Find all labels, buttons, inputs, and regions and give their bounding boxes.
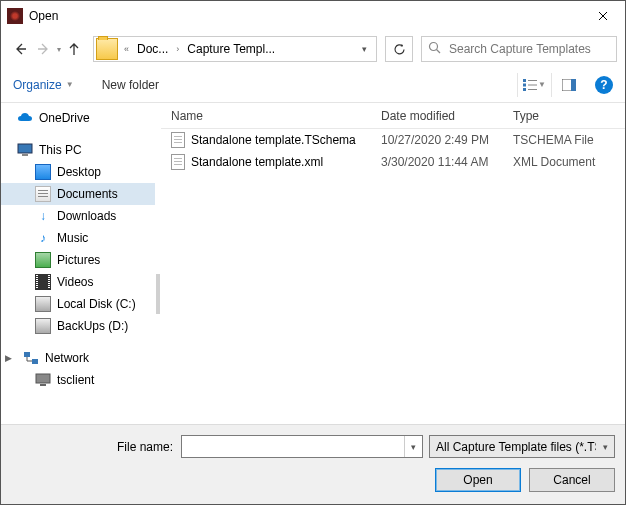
- cancel-button[interactable]: Cancel: [529, 468, 615, 492]
- body: OneDrive This PC Desktop Documents ↓Down…: [1, 103, 625, 424]
- col-type[interactable]: Type: [503, 109, 625, 123]
- preview-pane-icon: [562, 79, 576, 91]
- arrow-right-icon: [37, 42, 51, 56]
- chevron-down-icon: ▼: [66, 80, 74, 89]
- expand-icon[interactable]: ▶: [5, 353, 15, 363]
- history-dropdown[interactable]: ▾: [57, 45, 61, 54]
- tree-downloads[interactable]: ↓Downloads: [1, 205, 155, 227]
- svg-rect-4: [528, 80, 537, 81]
- chevron-right-icon[interactable]: ›: [172, 44, 183, 54]
- up-button[interactable]: [63, 38, 85, 60]
- network-icon: [23, 350, 39, 366]
- file-rows[interactable]: Standalone template.TSchema 10/27/2020 2…: [161, 129, 625, 424]
- nav-tree[interactable]: OneDrive This PC Desktop Documents ↓Down…: [1, 103, 155, 424]
- svg-rect-14: [40, 384, 46, 386]
- tree-thispc[interactable]: This PC: [1, 139, 155, 161]
- desktop-icon: [35, 164, 51, 180]
- refresh-icon: [393, 43, 406, 56]
- svg-rect-3: [523, 88, 526, 91]
- svg-rect-6: [528, 89, 537, 90]
- footer: File name: ▾ All Capture Template files …: [1, 424, 625, 504]
- search-box[interactable]: Search Capture Templates: [421, 36, 617, 62]
- close-icon: [598, 11, 608, 21]
- music-icon: ♪: [35, 230, 51, 246]
- col-name[interactable]: Name: [161, 109, 371, 123]
- address-bar[interactable]: « Doc... › Capture Templ... ▾: [93, 36, 377, 62]
- tree-backups[interactable]: BackUps (D:): [1, 315, 155, 337]
- window-title: Open: [29, 9, 580, 23]
- search-placeholder: Search Capture Templates: [449, 42, 591, 56]
- tree-localdisk[interactable]: Local Disk (C:): [1, 293, 155, 315]
- help-button[interactable]: ?: [595, 76, 613, 94]
- onedrive-icon: [17, 110, 33, 126]
- new-folder-button[interactable]: New folder: [102, 78, 159, 92]
- open-dialog: Open ▾ « Doc... › Capture Templ... ▾ Sea…: [0, 0, 626, 505]
- disk-icon: [35, 296, 51, 312]
- file-row[interactable]: Standalone template.TSchema 10/27/2020 2…: [161, 129, 625, 151]
- col-date[interactable]: Date modified: [371, 109, 503, 123]
- breadcrumb-prefix: «: [120, 44, 133, 54]
- svg-rect-11: [24, 352, 30, 357]
- chevron-down-icon: ▼: [538, 80, 546, 89]
- arrow-left-icon: [13, 42, 27, 56]
- pictures-icon: [35, 252, 51, 268]
- svg-rect-2: [523, 83, 526, 86]
- file-icon: [171, 154, 185, 170]
- svg-rect-8: [571, 79, 576, 91]
- file-icon: [171, 132, 185, 148]
- titlebar: Open: [1, 1, 625, 31]
- chevron-down-icon: ▾: [596, 442, 614, 452]
- svg-rect-1: [523, 79, 526, 82]
- tree-music[interactable]: ♪Music: [1, 227, 155, 249]
- organize-menu[interactable]: Organize ▼: [13, 78, 74, 92]
- tree-desktop[interactable]: Desktop: [1, 161, 155, 183]
- filename-dropdown[interactable]: ▾: [404, 436, 422, 457]
- downloads-icon: ↓: [35, 208, 51, 224]
- breadcrumb-seg-2[interactable]: Capture Templ...: [183, 42, 279, 56]
- svg-rect-10: [22, 154, 28, 156]
- file-list: Name Date modified Type Standalone templ…: [161, 103, 625, 424]
- refresh-button[interactable]: [385, 36, 413, 62]
- open-button[interactable]: Open: [435, 468, 521, 492]
- close-button[interactable]: [580, 1, 625, 31]
- forward-button[interactable]: [33, 38, 55, 60]
- address-dropdown[interactable]: ▾: [352, 44, 376, 54]
- tree-pictures[interactable]: Pictures: [1, 249, 155, 271]
- disk-icon: [35, 318, 51, 334]
- tree-network[interactable]: ▶ Network: [1, 347, 155, 369]
- view-mode-button[interactable]: ▼: [517, 73, 551, 97]
- pc-icon: [35, 372, 51, 388]
- filename-label: File name:: [11, 440, 181, 454]
- videos-icon: [35, 274, 51, 290]
- back-button[interactable]: [9, 38, 31, 60]
- toolbar: Organize ▼ New folder ▼ ?: [1, 67, 625, 103]
- app-icon: [7, 8, 23, 24]
- nav-row: ▾ « Doc... › Capture Templ... ▾ Search C…: [1, 31, 625, 67]
- filename-input[interactable]: ▾: [181, 435, 423, 458]
- tree-videos[interactable]: Videos: [1, 271, 155, 293]
- search-icon: [428, 41, 441, 57]
- svg-rect-12: [32, 359, 38, 364]
- svg-point-0: [430, 43, 438, 51]
- svg-rect-5: [528, 84, 537, 85]
- file-row[interactable]: Standalone template.xml 3/30/2020 11:44 …: [161, 151, 625, 173]
- pc-icon: [17, 142, 33, 158]
- tree-documents[interactable]: Documents: [1, 183, 155, 205]
- column-headers[interactable]: Name Date modified Type: [161, 103, 625, 129]
- svg-rect-9: [18, 144, 32, 153]
- tree-onedrive[interactable]: OneDrive: [1, 107, 155, 129]
- filetype-filter[interactable]: All Capture Template files (*.TSchema;*.…: [429, 435, 615, 458]
- svg-rect-13: [36, 374, 50, 383]
- folder-icon: [96, 38, 118, 60]
- preview-pane-button[interactable]: [551, 73, 585, 97]
- arrow-up-icon: [67, 42, 81, 56]
- details-view-icon: [523, 79, 537, 91]
- breadcrumb-seg-1[interactable]: Doc...: [133, 42, 172, 56]
- tree-tsclient[interactable]: tsclient: [1, 369, 155, 391]
- documents-icon: [35, 186, 51, 202]
